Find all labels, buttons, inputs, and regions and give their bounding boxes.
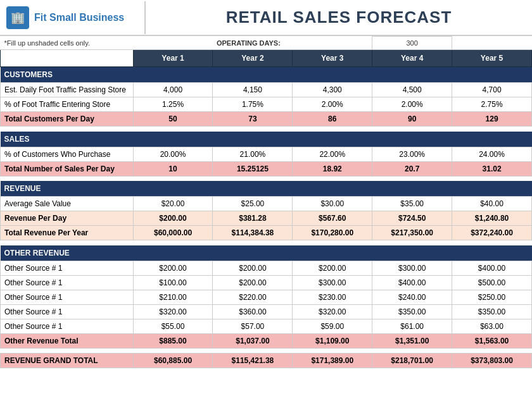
col-year3: Year 3 (293, 50, 372, 67)
logo-text: Fit Small Business (34, 11, 124, 23)
y2-pct-purchase[interactable]: 21.00% (213, 147, 293, 161)
y3-other4[interactable]: $320.00 (293, 304, 372, 319)
table-row: Est. Daily Foot Traffic Passing Store 4,… (1, 83, 532, 97)
y3-other5[interactable]: $59.00 (293, 319, 372, 333)
y5-other1[interactable]: $400.00 (452, 261, 532, 275)
y5-other5[interactable]: $63.00 (452, 319, 532, 333)
row-label: % of Customers Who Purchase (1, 147, 134, 161)
y3-avg-sale[interactable]: $30.00 (293, 197, 372, 211)
row-label: Other Source # 1 (1, 261, 134, 275)
y4-pct-purchase[interactable]: 23.00% (372, 147, 452, 161)
y5-foot-traffic[interactable]: 4,700 (452, 83, 532, 97)
y2-other4[interactable]: $360.00 (213, 304, 293, 319)
y2-foot-traffic[interactable]: 4,150 (213, 83, 293, 97)
y3-other3[interactable]: $230.00 (293, 290, 372, 304)
y5-grand-total: $373,803.00 (452, 353, 532, 368)
row-label: Other Source # 1 (1, 304, 134, 319)
y5-other3[interactable]: $250.00 (452, 290, 532, 304)
y4-other2[interactable]: $400.00 (372, 275, 452, 290)
y2-other1[interactable]: $200.00 (213, 261, 293, 275)
table-row: Other Source # 1 $55.00 $57.00 $59.00 $6… (1, 319, 532, 333)
y5-avg-sale[interactable]: $40.00 (452, 197, 532, 211)
row-label: % of Foot Traffic Entering Store (1, 97, 134, 112)
y2-rev-day: $381.28 (213, 211, 293, 226)
table-row: Other Source # 1 $320.00 $360.00 $320.00… (1, 304, 532, 319)
row-label: Other Source # 1 (1, 319, 134, 333)
logo-area: 🏢 Fit Small Business (0, 1, 146, 34)
table-row: Average Sale Value $20.00 $25.00 $30.00 … (1, 197, 532, 211)
table-row: % of Customers Who Purchase 20.00% 21.00… (1, 147, 532, 161)
y3-sales-per-day: 18.92 (293, 161, 372, 176)
y1-pct-purchase[interactable]: 20.00% (133, 147, 213, 161)
y1-other-total: $885.00 (133, 333, 213, 348)
grand-total-label: REVENUE GRAND TOTAL (1, 353, 134, 368)
y3-foot-traffic[interactable]: 4,300 (293, 83, 372, 97)
y5-total-customers: 129 (452, 112, 532, 127)
customers-label: CUSTOMERS (1, 67, 532, 83)
y4-pct-entering[interactable]: 2.00% (372, 97, 452, 112)
y4-other4[interactable]: $350.00 (372, 304, 452, 319)
y4-rev-day: $724.50 (372, 211, 452, 226)
operating-value[interactable]: 300 (372, 37, 452, 50)
y1-other2[interactable]: $100.00 (133, 275, 213, 290)
table-row: Other Revenue Total $885.00 $1,037.00 $1… (1, 333, 532, 348)
grand-total-row: REVENUE GRAND TOTAL $60,885.00 $115,421.… (1, 353, 532, 368)
table-row: Total Revenue Per Year $60,000.00 $114,3… (1, 226, 532, 240)
y4-other3[interactable]: $240.00 (372, 290, 452, 304)
y5-rev-year: $372,240.00 (452, 226, 532, 240)
row-label: Total Number of Sales Per Day (1, 161, 134, 176)
y2-other5[interactable]: $57.00 (213, 319, 293, 333)
row-label: Other Source # 1 (1, 275, 134, 290)
y4-other-total: $1,351.00 (372, 333, 452, 348)
y1-rev-day: $200.00 (133, 211, 213, 226)
y4-other1[interactable]: $300.00 (372, 261, 452, 275)
y2-other3[interactable]: $220.00 (213, 290, 293, 304)
y1-other3[interactable]: $210.00 (133, 290, 213, 304)
table-row: Total Number of Sales Per Day 10 15.2512… (1, 161, 532, 176)
y4-avg-sale[interactable]: $35.00 (372, 197, 452, 211)
row-label: Other Source # 1 (1, 290, 134, 304)
note-text: *Fill up unshaded cells only. (1, 37, 134, 50)
y5-pct-entering[interactable]: 2.75% (452, 97, 532, 112)
y1-sales-per-day: 10 (133, 161, 213, 176)
y2-other2[interactable]: $200.00 (213, 275, 293, 290)
y5-sales-per-day: 31.02 (452, 161, 532, 176)
y4-sales-per-day: 20.7 (372, 161, 452, 176)
customers-section-header: CUSTOMERS (1, 67, 532, 83)
row-label: Total Customers Per Day (1, 112, 134, 127)
row-label: Total Revenue Per Year (1, 226, 134, 240)
y1-rev-year: $60,000.00 (133, 226, 213, 240)
y2-pct-entering[interactable]: 1.75% (213, 97, 293, 112)
y1-other1[interactable]: $200.00 (133, 261, 213, 275)
row-label: Est. Daily Foot Traffic Passing Store (1, 83, 134, 97)
table-row: Total Customers Per Day 50 73 86 90 129 (1, 112, 532, 127)
revenue-label: REVENUE (1, 181, 532, 197)
y3-pct-purchase[interactable]: 22.00% (293, 147, 372, 161)
col-year4: Year 4 (372, 50, 452, 67)
y2-total-customers: 73 (213, 112, 293, 127)
y1-grand-total: $60,885.00 (133, 353, 213, 368)
y3-other1[interactable]: $200.00 (293, 261, 372, 275)
y4-foot-traffic[interactable]: 4,500 (372, 83, 452, 97)
y5-other-total: $1,563.00 (452, 333, 532, 348)
y1-other5[interactable]: $55.00 (133, 319, 213, 333)
table-row: % of Foot Traffic Entering Store 1.25% 1… (1, 97, 532, 112)
y3-pct-entering[interactable]: 2.00% (293, 97, 372, 112)
y1-pct-entering[interactable]: 1.25% (133, 97, 213, 112)
y1-avg-sale[interactable]: $20.00 (133, 197, 213, 211)
y4-grand-total: $218,701.00 (372, 353, 452, 368)
y5-pct-purchase[interactable]: 24.00% (452, 147, 532, 161)
row-label: Revenue Per Day (1, 211, 134, 226)
spacer-row (1, 240, 532, 245)
col-year5: Year 5 (452, 50, 532, 67)
col-year2: Year 2 (213, 50, 293, 67)
y1-foot-traffic[interactable]: 4,000 (133, 83, 213, 97)
y1-other4[interactable]: $320.00 (133, 304, 213, 319)
y5-other4[interactable]: $350.00 (452, 304, 532, 319)
col-year1: Year 1 (133, 50, 213, 67)
y3-other2[interactable]: $300.00 (293, 275, 372, 290)
y5-other2[interactable]: $500.00 (452, 275, 532, 290)
y4-other5[interactable]: $61.00 (372, 319, 452, 333)
y2-avg-sale[interactable]: $25.00 (213, 197, 293, 211)
y2-rev-year: $114,384.38 (213, 226, 293, 240)
